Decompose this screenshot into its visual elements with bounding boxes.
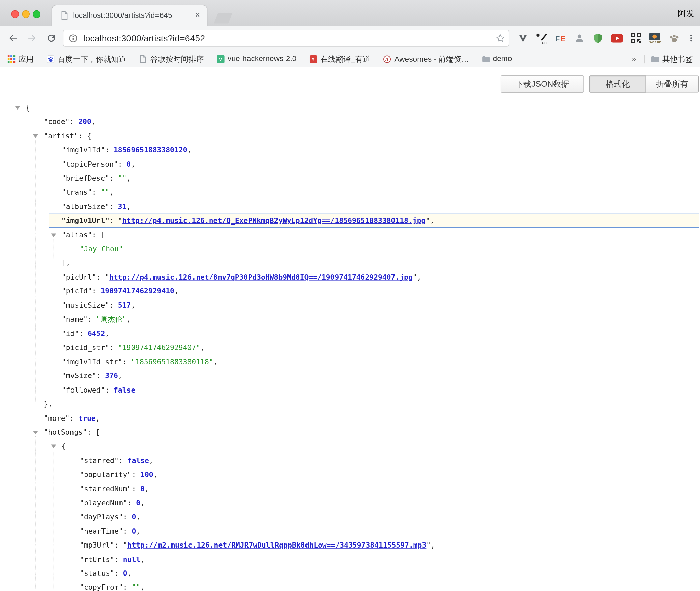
json-punct: : <box>96 372 105 380</box>
json-punct: , <box>96 414 100 422</box>
json-key: "more" <box>43 414 69 422</box>
browser-window: localhost:3000/artists?id=645 × 阿发 local… <box>0 0 700 591</box>
other-bookmarks-label: 其他书签 <box>662 54 693 64</box>
collapse-arrow-icon[interactable] <box>51 445 56 448</box>
json-key: "status" <box>80 569 114 578</box>
svg-text:F: F <box>555 34 560 43</box>
bookmarks-bar: 应用百度一下，你就知道谷歌按时间排序Vvue-hackernews-2.0Y在线… <box>0 51 700 67</box>
json-punct: : <box>109 174 118 182</box>
json-punct: : <box>88 315 96 323</box>
json-number: 18569651883380120 <box>114 146 187 154</box>
player-icon-label: PLAYER <box>648 40 662 43</box>
json-line: "hearTime": 0, <box>0 524 700 538</box>
zoom-window-button[interactable] <box>33 10 40 18</box>
fe-icon[interactable]: FE <box>554 32 567 44</box>
format-button[interactable]: 格式化 <box>589 75 646 93</box>
json-key: "popularity" <box>80 470 132 479</box>
bookmark-item[interactable]: 百度一下，你就知道 <box>46 54 126 64</box>
json-key: "starredNum" <box>80 485 132 493</box>
json-punct: , <box>127 174 131 182</box>
bookmark-items: 应用百度一下，你就知道谷歌按时间排序Vvue-hackernews-2.0Y在线… <box>7 54 524 64</box>
json-key: "artist" <box>43 132 78 140</box>
shield-icon[interactable] <box>591 32 604 44</box>
reload-icon[interactable] <box>46 33 57 43</box>
json-punct: : <box>122 357 131 366</box>
bookmark-item[interactable]: Vvue-hackernews-2.0 <box>216 54 297 63</box>
svg-text:A: A <box>385 56 389 62</box>
collapse-arrow-icon[interactable] <box>51 233 56 237</box>
json-number: 0 <box>136 499 140 507</box>
json-punct: , <box>131 160 135 168</box>
svg-text:E: E <box>560 34 565 43</box>
json-line: "picId_str": "19097417462929407", <box>0 341 700 355</box>
close-window-button[interactable] <box>11 10 19 18</box>
browser-tab[interactable]: localhost:3000/artists?id=645 × <box>52 5 207 26</box>
new-tab-button[interactable] <box>214 13 232 24</box>
json-punct: , <box>127 569 132 578</box>
bookmark-item[interactable]: demo <box>482 54 512 63</box>
collapse-arrow-icon[interactable] <box>15 106 20 110</box>
awesomes-icon: A <box>383 55 391 63</box>
json-link[interactable]: http://p4.music.126.net/8mv7qP30Pd3oHW8b… <box>109 273 413 281</box>
page-info-icon[interactable] <box>68 34 78 45</box>
svg-text:Y: Y <box>311 57 315 62</box>
json-key: "img1v1Id_str" <box>62 357 122 366</box>
json-key: "code" <box>43 118 69 126</box>
profile-name[interactable]: 阿发 <box>678 8 694 19</box>
qrcode-icon[interactable] <box>630 32 642 44</box>
url-text[interactable]: localhost:3000/artists?id=6452 <box>83 30 205 46</box>
download-json-button[interactable]: 下载JSON数据 <box>501 75 584 93</box>
json-number: 376 <box>105 372 118 380</box>
json-punct: ", <box>426 541 435 549</box>
bookmark-star-icon[interactable] <box>495 33 505 45</box>
person-icon[interactable] <box>573 32 586 44</box>
json-string: "" <box>100 188 109 196</box>
collapse-all-button[interactable]: 折叠所有 <box>646 75 699 93</box>
json-punct: : <box>114 555 123 563</box>
json-punct: : { <box>78 132 91 140</box>
json-line: "Jay Chou" <box>0 242 700 256</box>
json-line: "playedNum": 0, <box>0 496 700 510</box>
bookmark-label: 在线翻译_有道 <box>320 54 371 64</box>
json-key: "followed" <box>62 385 105 394</box>
json-link[interactable]: http://p4.music.126.net/Q_ExePNkmqB2yWyL… <box>122 216 426 225</box>
json-key: "playedNum" <box>80 499 127 507</box>
back-icon[interactable] <box>8 33 19 43</box>
json-key: "id" <box>62 329 79 338</box>
json-line: "popularity": 100, <box>0 468 700 482</box>
collapse-arrow-icon[interactable] <box>33 431 38 434</box>
json-link[interactable]: http://m2.music.126.net/RMJR7wDullRqppBk… <box>127 541 427 549</box>
youdao-pen-icon[interactable]: en <box>535 32 548 44</box>
youtube-icon[interactable] <box>610 32 623 44</box>
json-line: "picUrl": "http://p4.music.126.net/8mv7q… <box>0 270 700 284</box>
json-string: "Jay Chou" <box>80 245 123 253</box>
json-punct: : <box>105 146 114 154</box>
bookmark-item[interactable]: AAwesomes - 前端资… <box>383 54 469 64</box>
other-bookmarks-folder[interactable]: 其他书签 <box>651 54 693 64</box>
json-line: "id": 6452, <box>0 326 700 341</box>
tab-close-icon[interactable]: × <box>193 10 202 20</box>
minimize-window-button[interactable] <box>22 10 30 18</box>
json-line: }, <box>0 397 700 411</box>
json-punct: , <box>131 301 135 309</box>
json-punct: , <box>127 202 131 211</box>
json-line: "briefDesc": "", <box>0 171 700 185</box>
player-icon[interactable]: PLAYER <box>648 32 661 44</box>
bookmarks-overflow-icon[interactable]: » <box>630 54 638 64</box>
menu-dots-icon[interactable] <box>687 32 696 44</box>
json-number: 6452 <box>88 329 105 338</box>
bookmark-item[interactable]: Y在线翻译_有道 <box>309 54 371 64</box>
bookmark-item[interactable]: 应用 <box>7 54 34 64</box>
address-bar[interactable]: localhost:3000/artists?id=6452 <box>63 30 509 47</box>
json-punct: : <box>70 414 79 422</box>
v-ext-icon[interactable] <box>517 32 529 44</box>
json-line: "mp3Url": "http://m2.music.126.net/RMJR7… <box>0 538 700 552</box>
collapse-arrow-icon[interactable] <box>33 134 38 138</box>
bookmark-item[interactable]: 谷歌按时间排序 <box>139 54 204 64</box>
json-key: "picUrl" <box>62 273 96 281</box>
json-key: "topicPerson" <box>62 160 118 168</box>
paw-icon[interactable] <box>668 32 680 44</box>
json-punct: : <box>132 485 140 493</box>
json-key: "mvSize" <box>62 372 96 380</box>
json-punct: , <box>145 485 149 493</box>
